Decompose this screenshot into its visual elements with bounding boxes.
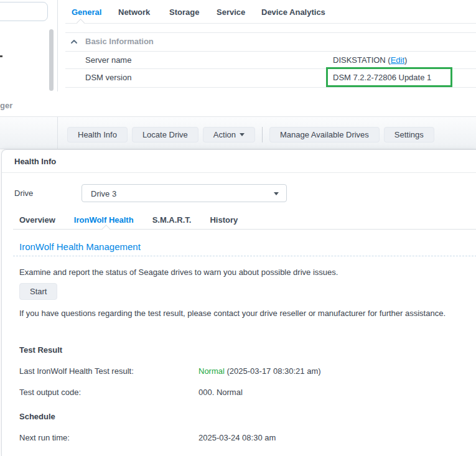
toolbar-buttons: Health Info Locate Drive Action Manage A… [67, 127, 434, 142]
tab-storage[interactable]: Storage [169, 7, 199, 17]
edit-server-name-link[interactable]: Edit [391, 55, 404, 65]
toolbar-pane-divider [57, 117, 58, 149]
scrollbar-thumb[interactable] [49, 29, 54, 91]
settings-button[interactable]: Settings [384, 127, 434, 142]
caret-down-icon [240, 133, 245, 136]
row-divider [65, 87, 476, 88]
section-top-divider [65, 32, 476, 33]
dialog-tabbar-divider [13, 229, 476, 230]
manage-available-drives-button[interactable]: Manage Available Drives [269, 127, 380, 142]
tab-service[interactable]: Service [217, 7, 245, 17]
action-menu-label: Action [213, 130, 236, 139]
dialog-tabs: Overview IronWolf Health S.M.A.R.T. Hist… [19, 215, 238, 225]
status-normal: Normal [198, 366, 225, 376]
tab-network[interactable]: Network [118, 7, 150, 17]
start-button[interactable]: Start [19, 283, 57, 300]
tab-history[interactable]: History [210, 215, 238, 225]
row-divider [65, 51, 476, 52]
ironwolf-health-management-heading: IronWolf Health Management [19, 241, 141, 252]
server-name-text: DISKSTATION ( [333, 55, 391, 65]
dialog-header: Health Info [2, 150, 476, 173]
status-timestamp: (2025-03-17 08:30:21 am) [225, 366, 321, 376]
screen: General Network Storage Service Device A… [0, 0, 476, 456]
tab-device-analytics[interactable]: Device Analytics [261, 7, 325, 17]
search-input[interactable] [0, 2, 48, 21]
server-name-text-suffix: ) [404, 55, 407, 65]
storage-manager-toolbar: Health Info Locate Drive Action Manage A… [0, 116, 476, 149]
active-tab-notch [77, 19, 85, 27]
drive-select-value: Drive 3 [91, 189, 116, 198]
tab-overview[interactable]: Overview [19, 215, 55, 225]
drive-select[interactable]: Drive 3 [82, 184, 287, 202]
note-text: If you have questions regarding the test… [19, 307, 458, 320]
last-test-result-value: Normal (2025-03-17 08:30:21 am) [198, 366, 321, 376]
last-test-result-label: Last IronWolf Health Test result: [19, 366, 134, 376]
tabbar-divider [65, 23, 476, 24]
test-result-heading: Test Result [19, 345, 62, 355]
next-run-time-value: 2025-03-24 08:30 am [198, 433, 276, 442]
health-info-dialog: Health Info Drive Drive 3 Overview IronW… [1, 149, 476, 456]
active-tab-notch [102, 225, 110, 233]
dashed-divider [13, 256, 476, 256]
section-title-basic-information: Basic Information [85, 37, 154, 46]
schedule-heading: Schedule [19, 412, 55, 421]
caret-down-icon [274, 192, 279, 195]
description-text: Examine and report the status of Seagate… [19, 266, 467, 279]
tab-ironwolf-health[interactable]: IronWolf Health [74, 215, 134, 225]
dialog-title: Health Info [14, 157, 56, 166]
pane-divider [57, 0, 58, 91]
server-name-label: Server name [85, 55, 131, 65]
tab-smart[interactable]: S.M.A.R.T. [152, 215, 192, 225]
locate-drive-button[interactable]: Locate Drive [132, 127, 198, 142]
test-output-code-label: Test output code: [19, 388, 81, 397]
dsm-version-label: DSM version [85, 73, 131, 82]
drive-label: Drive [14, 188, 33, 198]
window-title-fragment: ger [0, 101, 12, 110]
next-run-time-label: Next run time: [19, 433, 70, 442]
action-menu-button[interactable]: Action [203, 127, 255, 142]
clipped-text-fragment [0, 55, 2, 57]
toolbar-separator [262, 127, 263, 142]
server-name-value: DISKSTATION (Edit) [333, 55, 407, 65]
chevron-up-icon [70, 38, 78, 45]
highlight-annotation-box [326, 67, 452, 87]
tab-general[interactable]: General [72, 7, 101, 17]
health-info-button[interactable]: Health Info [67, 127, 128, 142]
test-output-code-value: 000. Normal [198, 388, 243, 397]
